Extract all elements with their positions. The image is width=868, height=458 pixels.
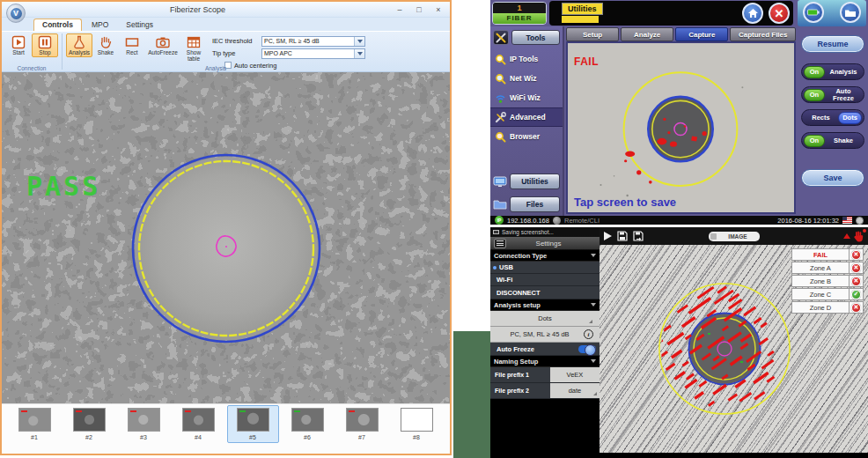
tip-type-label: Tip type — [212, 49, 261, 57]
info-icon[interactable]: i — [584, 329, 593, 339]
tab-settings[interactable]: Settings — [118, 19, 161, 31]
dropdown-caret-icon — [354, 37, 364, 46]
toolbar-right — [843, 227, 864, 245]
auto-freeze-switch[interactable] — [578, 345, 596, 353]
utilities-row: Utilities — [493, 172, 560, 191]
iec-threshold-select[interactable]: PC, SM, RL ≥ 45 dB — [261, 36, 365, 47]
menu-icon[interactable] — [494, 239, 506, 248]
dots-dropdown[interactable]: Dots — [490, 311, 600, 327]
settings-icon[interactable] — [856, 217, 864, 225]
file-prefix-1-field[interactable]: VeEX — [550, 367, 600, 382]
show-table-button[interactable]: Show table — [180, 33, 207, 63]
background-green-patch — [453, 331, 490, 458]
auto-freeze-row[interactable]: Auto Freeze — [490, 343, 600, 356]
scratched-fiber-view[interactable]: FAIL ✕ Zone A ✕ Zone B ✕ Zone C ✓ — [600, 245, 868, 453]
tip-type-select[interactable]: MPO APC — [261, 48, 365, 59]
panel-empty-area — [490, 399, 600, 458]
auto-freeze-toggle[interactable]: On Auto Freeze — [801, 86, 864, 103]
tab-setup[interactable]: Setup — [566, 27, 619, 41]
thumbnail-7[interactable]: #7 — [335, 408, 389, 440]
sidebar-item-browser[interactable]: Browser — [490, 127, 563, 146]
image-toolbar: IMAGE — [600, 227, 868, 245]
thumbnail-1[interactable]: #1 — [7, 408, 62, 440]
shake-button[interactable]: Shake — [92, 33, 119, 57]
analysis-button[interactable]: Analysis — [66, 33, 92, 57]
title-bar[interactable]: V Fiberizer Scope – □ × — [2, 2, 450, 18]
utilities-button[interactable]: Utilities — [510, 174, 560, 189]
fiber-module-button[interactable]: 1 FIBER — [492, 2, 547, 25]
title-underline — [562, 16, 599, 23]
capture-tabs: Setup Analyze Capture Captured Files — [564, 26, 798, 41]
connection-group: Start Stop Connection — [2, 32, 62, 71]
analysis-setup-header[interactable]: Analysis setup — [490, 299, 600, 311]
minimize-button[interactable]: – — [394, 5, 406, 14]
analysis-toggle[interactable]: On Analysis — [801, 63, 864, 80]
zone-c-row: Zone C ✓ — [791, 288, 864, 300]
naming-setup-header[interactable]: Naming Setup — [490, 356, 600, 367]
sidebar-item-advanced[interactable]: Advanced — [490, 107, 563, 127]
thumbnail-4[interactable]: #4 — [171, 408, 225, 440]
save-button[interactable]: Save — [801, 169, 864, 187]
save-icon[interactable] — [617, 231, 628, 241]
close-screen-button[interactable]: ✕ — [769, 3, 790, 24]
file-manager-button[interactable] — [840, 2, 861, 23]
disconnect-button[interactable]: DISCONNECT — [490, 286, 600, 299]
connection-type-header[interactable]: Connection Type — [490, 250, 600, 262]
tab-mpo[interactable]: MPO — [84, 19, 116, 31]
toggle-knob — [710, 233, 717, 240]
usb-option[interactable]: USB — [490, 262, 600, 274]
file-prefix-2-row: date File prefix 2 — [490, 383, 600, 399]
file-prefix-2-field[interactable]: date — [550, 383, 600, 398]
sidebar-item-net-wiz[interactable]: Net Wiz — [490, 69, 563, 88]
section-caret-icon — [591, 359, 596, 363]
thumbnail-2[interactable]: #2 — [62, 408, 116, 440]
start-button[interactable]: Start — [5, 33, 32, 57]
monitor-icon — [493, 176, 507, 188]
play-icon[interactable] — [604, 232, 612, 240]
wifi-option[interactable]: Wi-Fi — [490, 274, 600, 286]
record-indicator — [863, 229, 866, 233]
save-as-icon[interactable] — [633, 231, 644, 241]
battery-button[interactable] — [803, 2, 824, 23]
flag-icon[interactable] — [842, 217, 852, 224]
shake-toggle[interactable]: On Shake — [801, 132, 864, 149]
tab-controls[interactable]: Controls — [33, 18, 82, 31]
thumbnail-5-selected[interactable]: #5 — [225, 408, 280, 443]
sidebar-item-wifi-wiz[interactable]: WiFi Wiz — [490, 88, 563, 107]
fx-app-screen: Saving screenshot... Settings Connection… — [490, 227, 868, 458]
stop-button[interactable]: Stop — [32, 33, 58, 57]
sidebar-item-ip-tools[interactable]: IP Tools — [490, 49, 563, 69]
tab-analyze[interactable]: Analyze — [621, 27, 673, 41]
thumb-status-mark — [76, 410, 82, 412]
fail-cross-icon: ✕ — [851, 263, 861, 273]
threshold-dropdown[interactable]: PC, SM, RL ≥ 45 dB i — [490, 327, 600, 343]
section-caret-icon — [591, 254, 596, 257]
tab-captured-files[interactable]: Captured Files — [730, 27, 796, 41]
remote-status-icon — [553, 217, 561, 225]
screenshot-icon — [493, 230, 499, 234]
thumbnail-6[interactable]: #6 — [280, 408, 335, 440]
maximize-button[interactable]: □ — [413, 5, 425, 14]
resume-button[interactable]: Resume — [801, 35, 864, 53]
tools-button[interactable]: Tools — [511, 30, 560, 45]
capture-area: Setup Analyze Capture Captured Files FAI… — [564, 26, 798, 216]
autofreeze-button[interactable]: AutoFreeze — [145, 33, 180, 57]
notification-bar: Saving screenshot... — [490, 227, 600, 237]
app-logo-icon: V — [6, 4, 26, 23]
zone-results-table: FAIL ✕ Zone A ✕ Zone B ✕ Zone C ✓ — [791, 248, 864, 314]
rects-dots-toggle[interactable]: Rects Dots — [801, 109, 864, 126]
image-mode-toggle[interactable]: IMAGE — [709, 232, 760, 241]
zone-a-row: Zone A ✕ — [791, 262, 864, 274]
thumbnail-8-empty[interactable]: #8 — [389, 408, 444, 440]
live-fiber-view[interactable]: FAIL — [566, 41, 796, 214]
thumb-status-mark — [185, 410, 191, 412]
microscope-view[interactable]: PASS — [2, 72, 450, 403]
home-button[interactable] — [742, 3, 763, 24]
close-button[interactable]: × — [432, 5, 445, 14]
tab-capture[interactable]: Capture — [675, 27, 728, 41]
files-button[interactable]: Files — [510, 196, 560, 212]
stop-icon — [37, 35, 53, 49]
thumbnail-3[interactable]: #3 — [116, 408, 171, 440]
dropdown-caret-icon — [354, 49, 364, 58]
rect-button[interactable]: Rect — [119, 33, 145, 57]
